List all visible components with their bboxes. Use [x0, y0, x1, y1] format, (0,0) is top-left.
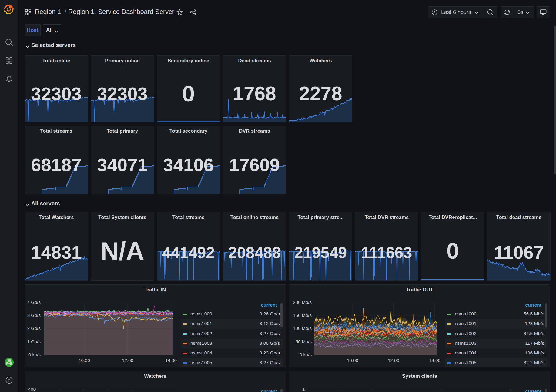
svg-text:?: ? [8, 378, 11, 383]
